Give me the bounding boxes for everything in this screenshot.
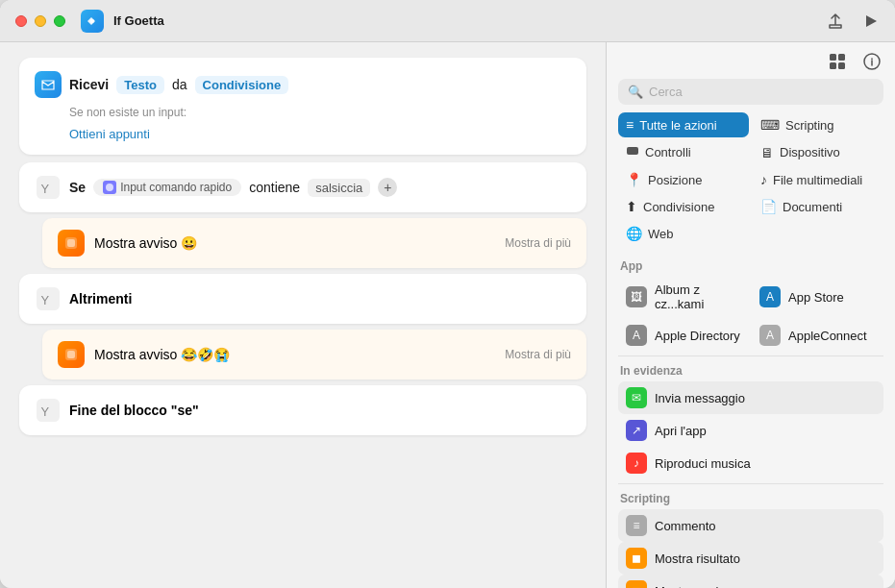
tab-docs[interactable]: 📄 Documenti: [753, 194, 883, 219]
search-bar[interactable]: 🔍 Cerca: [618, 79, 883, 105]
open-app-icon: ↗: [626, 420, 647, 441]
receive-row: Ricevi Testo da Condivisione: [35, 71, 571, 98]
media-icon: ♪: [760, 172, 767, 187]
comment-icon: ≡: [626, 515, 647, 536]
close-button[interactable]: [15, 15, 27, 27]
if-row: Y Se Input comando rapido contiene salsi…: [35, 174, 571, 201]
titlebar-actions: [826, 12, 880, 31]
sidebar-item-send-message[interactable]: ✉ Invia messaggio: [618, 381, 883, 414]
sidebar-header: [607, 42, 895, 79]
sidebar-item-appledirectory[interactable]: A Apple Directory: [618, 319, 750, 352]
traffic-lights: [15, 15, 65, 27]
share-button[interactable]: [826, 12, 845, 31]
sidebar-item-show-alert[interactable]: ◼ Mostra avviso: [618, 575, 883, 588]
if-var-label: Input comando rapido: [120, 181, 232, 194]
app-section-title: App: [618, 259, 883, 273]
receive-chip[interactable]: Testo: [116, 76, 164, 94]
search-icon: 🔍: [628, 85, 643, 99]
tab-web[interactable]: 🌐 Web: [618, 221, 749, 246]
all-label: Tutte le azioni: [639, 118, 716, 133]
minimize-button[interactable]: [35, 15, 46, 27]
controls-label: Controlli: [645, 145, 691, 159]
search-placeholder[interactable]: Cerca: [649, 85, 874, 99]
web-icon: 🌐: [626, 226, 642, 241]
show-alert-2-icon: [58, 341, 85, 368]
app-items: 🖼 Album z cz...kami A App Store A Apple …: [618, 277, 883, 352]
send-message-label: Invia messaggio: [655, 391, 745, 405]
play-button[interactable]: [860, 12, 880, 31]
show-alert-1-left: Mostra avviso 😀: [58, 230, 197, 257]
comment-label: Commento: [655, 519, 716, 533]
var-icon: [103, 181, 116, 194]
scripting-icon: ⌨: [760, 117, 780, 133]
docs-icon: 📄: [760, 199, 777, 214]
end-if-icon: Y: [35, 397, 62, 424]
tab-media[interactable]: ♪ File multimediali: [753, 167, 883, 192]
show-alert-2-card: Mostra avviso 😂🤣😭 Mostra di più: [42, 330, 586, 380]
share-icon: ⬆: [626, 199, 637, 214]
get-clipboard-link[interactable]: Ottieni appunti: [69, 127, 571, 141]
send-message-icon: ✉: [626, 387, 647, 408]
if-value[interactable]: salsiccia: [308, 179, 370, 197]
category-tabs: ≡ Tutte le azioni ⌨ Scripting Controlli …: [607, 112, 895, 252]
end-if-card: Y Fine del blocco "se": [19, 385, 586, 435]
media-label: File multimediali: [773, 173, 862, 187]
apple-dir-label: Apple Directory: [655, 329, 740, 343]
svg-point-0: [90, 19, 94, 23]
receive-from: da: [172, 77, 187, 92]
main-window: If Goetta: [0, 0, 895, 588]
device-icon: 🖥: [760, 145, 774, 160]
add-condition-button[interactable]: +: [378, 178, 397, 197]
sidebar-item-appleconnect[interactable]: A AppleConnect: [752, 319, 883, 352]
receive-label: Ricevi: [69, 77, 109, 92]
show-more-1[interactable]: Mostra di più: [505, 236, 571, 250]
window-title: If Goetta: [113, 13, 826, 28]
if-card: Y Se Input comando rapido contiene salsi…: [19, 162, 586, 212]
tab-location[interactable]: 📍 Posizione: [618, 167, 749, 192]
device-label: Dispositivo: [780, 145, 840, 159]
receive-source[interactable]: Condivisione: [195, 76, 289, 94]
tab-controls[interactable]: Controlli: [618, 139, 749, 165]
sidebar: 🔍 Cerca ≡ Tutte le azioni ⌨ Scripting C: [607, 42, 895, 588]
workflow-panel: Ricevi Testo da Condivisione Se non esis…: [0, 42, 607, 588]
appstore-icon: A: [759, 286, 781, 307]
main-content: Ricevi Testo da Condivisione Se non esis…: [0, 42, 895, 588]
if-variable-chip[interactable]: Input comando rapido: [93, 179, 241, 196]
sidebar-info-button[interactable]: [860, 50, 883, 73]
show-result-icon: ◼: [626, 548, 647, 569]
svg-rect-5: [67, 239, 75, 247]
titlebar: If Goetta: [0, 0, 895, 42]
show-alert-label: Mostra avviso: [655, 584, 732, 589]
scripting-section-title: Scripting: [618, 492, 883, 505]
receive-card: Ricevi Testo da Condivisione Se non esis…: [19, 58, 586, 155]
tab-device[interactable]: 🖥 Dispositivo: [753, 139, 883, 165]
show-alert-1-card: Mostra avviso 😀 Mostra di più: [42, 218, 586, 268]
play-music-icon: ♪: [626, 453, 647, 474]
otherwise-label: Altrimenti: [69, 291, 132, 306]
sidebar-item-albums[interactable]: 🖼 Album z cz...kami: [618, 277, 750, 317]
svg-rect-9: [67, 351, 75, 358]
controls-icon: [626, 144, 639, 160]
sidebar-item-comment[interactable]: ≡ Commento: [618, 509, 883, 542]
no-input-label: Se non esiste un input:: [69, 106, 571, 119]
svg-text:Y: Y: [41, 293, 50, 307]
appleconnect-icon: A: [759, 325, 781, 346]
sidebar-item-open-app[interactable]: ↗ Apri l'app: [618, 414, 883, 447]
svg-rect-15: [838, 62, 845, 69]
share-label: Condivisione: [643, 200, 714, 214]
tab-scripting[interactable]: ⌨ Scripting: [753, 112, 883, 137]
sidebar-item-appstore[interactable]: A App Store: [752, 277, 883, 317]
divider-1: [618, 355, 883, 356]
sidebar-library-button[interactable]: [826, 50, 849, 73]
show-more-2[interactable]: Mostra di più: [505, 348, 571, 361]
sidebar-item-play-music[interactable]: ♪ Riproduci musica: [618, 447, 883, 479]
svg-rect-12: [830, 54, 836, 61]
sidebar-item-show-result[interactable]: ◼ Mostra risultato: [618, 542, 883, 575]
tab-all-actions[interactable]: ≡ Tutte le azioni: [618, 112, 749, 137]
tab-share[interactable]: ⬆ Condivisione: [618, 194, 749, 219]
docs-label: Documenti: [783, 200, 842, 214]
svg-text:Y: Y: [41, 404, 50, 419]
show-alert-2-label: Mostra avviso 😂🤣😭: [94, 347, 230, 362]
fullscreen-button[interactable]: [54, 15, 65, 27]
svg-rect-14: [830, 62, 836, 69]
